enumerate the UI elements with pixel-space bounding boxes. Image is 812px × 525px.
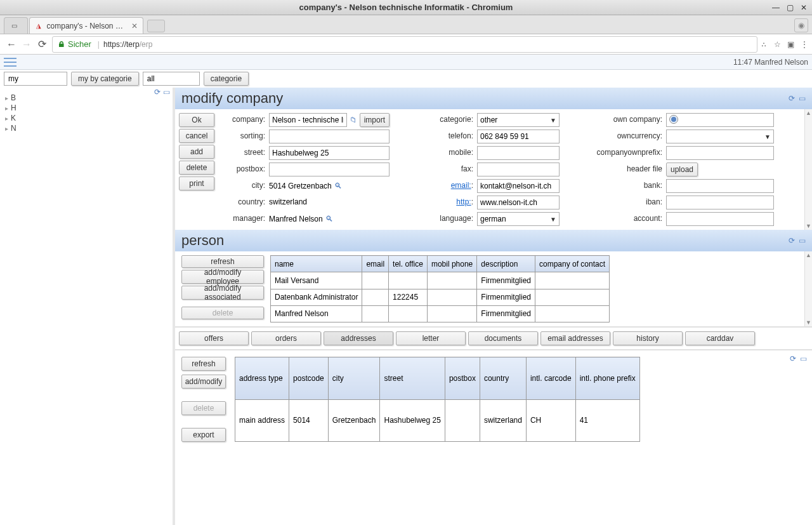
col-email[interactable]: email	[362, 256, 389, 272]
person-panel-header: person ⟳ ▭	[175, 230, 812, 251]
company-input[interactable]	[269, 113, 347, 127]
label-manager: manager:	[221, 212, 265, 226]
table-row[interactable]: main address 5014 Gretzenbach Hashubelwe…	[235, 399, 640, 442]
expand-icon[interactable]: ▭	[163, 88, 170, 96]
label-http[interactable]: http:	[456, 197, 471, 206]
add-associated-button[interactable]: add/modify associated	[181, 286, 264, 300]
refresh-button[interactable]: refresh	[181, 255, 264, 268]
addr-addmodify-button[interactable]: add/modify	[181, 375, 226, 389]
print-button[interactable]: print	[179, 176, 214, 190]
refresh-icon[interactable]: ⟳	[154, 88, 160, 96]
http-input[interactable]	[477, 196, 560, 209]
delete-button[interactable]: delete	[179, 161, 214, 175]
translate-icon[interactable]: ⛬	[760, 40, 768, 49]
forward-button[interactable]: →	[19, 37, 34, 52]
maximize-icon[interactable]: ▢	[785, 3, 794, 12]
search-icon[interactable]: 🔍︎	[334, 182, 342, 190]
tab-close-icon[interactable]: ✕	[131, 22, 138, 30]
browser-tab-blank[interactable]: ▭	[4, 17, 28, 34]
email-input[interactable]	[477, 179, 560, 193]
content-area: modify company ⟳ ▭ ▲ ▼ Ok cancel add del…	[175, 88, 812, 525]
expand-icon[interactable]: ▭	[800, 354, 807, 363]
tab-documents[interactable]: documents	[468, 331, 538, 345]
cancel-button[interactable]: cancel	[179, 129, 214, 143]
person-delete-button[interactable]: delete	[181, 307, 264, 319]
detail-tabs: offers orders addresses letter documents…	[175, 328, 812, 349]
label-sorting: sorting:	[221, 130, 265, 143]
filter-categorie[interactable]: categorie	[204, 72, 249, 86]
mobile-input[interactable]	[477, 146, 560, 160]
new-tab-button[interactable]	[147, 20, 165, 32]
panel-refresh-icon[interactable]: ⟳	[789, 236, 795, 245]
person-scrollbar[interactable]: ▲ ▼	[804, 251, 812, 326]
ownprefix-input[interactable]	[666, 146, 774, 160]
ok-button[interactable]: Ok	[179, 113, 214, 127]
table-row[interactable]: Manfred NelsonFirmenmitglied	[271, 305, 610, 322]
panel-collapse-icon[interactable]: ▭	[799, 94, 806, 103]
import-button[interactable]: import	[360, 113, 390, 127]
url-input[interactable]: 🔒︎ Sicher | https://terp /erp	[52, 36, 757, 53]
street-input[interactable]	[269, 146, 390, 160]
hamburger-icon[interactable]	[4, 58, 16, 67]
tab-letter[interactable]: letter	[396, 331, 466, 345]
tab-carddav[interactable]: carddav	[685, 331, 755, 345]
sidebar-item[interactable]: ▸B	[5, 93, 167, 103]
window-icon[interactable]: ▣	[787, 40, 794, 49]
col-mobil[interactable]: mobil phone	[427, 256, 476, 272]
owncurrency-select[interactable]	[666, 130, 774, 143]
addr-export-button[interactable]: export	[181, 428, 226, 442]
table-row[interactable]: Mail VersandFirmenmitglied	[271, 272, 610, 289]
tab-offers[interactable]: offers	[179, 331, 249, 345]
table-row[interactable]: Datenbank Administrator122245Firmenmitgl…	[271, 289, 610, 305]
address-bar: ← → ⟳ 🔒︎ Sicher | https://terp /erp ⛬ ☆ …	[0, 34, 812, 55]
profile-icon[interactable]: ◉	[794, 18, 808, 32]
back-button[interactable]: ←	[4, 37, 19, 52]
col-name[interactable]: name	[271, 256, 362, 272]
refresh-icon[interactable]: ⟳	[790, 354, 796, 363]
person-action-column: refresh add/modify employee add/modify a…	[181, 255, 264, 322]
tab-addresses[interactable]: addresses	[324, 331, 393, 345]
reload-button[interactable]: ⟳	[34, 37, 49, 52]
addr-refresh-button[interactable]: refresh	[181, 357, 226, 371]
form-scrollbar[interactable]: ▲ ▼	[804, 109, 812, 230]
own-company-check[interactable]	[666, 113, 774, 127]
language-select[interactable]: german	[477, 212, 560, 226]
add-employee-button[interactable]: add/modify employee	[181, 270, 264, 284]
bookmark-icon[interactable]: ☆	[774, 40, 781, 49]
table-header-row: name email tel. office mobil phone descr…	[271, 256, 610, 272]
panel-refresh-icon[interactable]: ⟳	[789, 94, 795, 103]
col-desc[interactable]: description	[477, 256, 535, 272]
bank-input[interactable]	[666, 179, 774, 193]
label-email[interactable]: email:	[451, 181, 471, 190]
close-icon[interactable]: ✕	[799, 3, 808, 12]
browser-tab-active[interactable]: ◮ company's - Nelson techn ✕	[29, 17, 143, 34]
telefon-input[interactable]	[477, 130, 560, 143]
postbox-input[interactable]	[269, 163, 390, 176]
sidebar-item[interactable]: ▸N	[5, 123, 167, 133]
filter-my-by-categorie[interactable]: my by categorie	[71, 72, 139, 86]
filter-all-input[interactable]	[143, 72, 200, 86]
search-icon[interactable]: 🔍︎	[325, 215, 333, 223]
add-button[interactable]: add	[179, 145, 214, 159]
minimize-icon[interactable]: —	[771, 3, 780, 12]
label-country: country:	[221, 196, 265, 209]
label-bank: bank:	[586, 179, 662, 193]
sidebar-item[interactable]: ▸K	[5, 113, 167, 123]
folder-icon[interactable]: 📁︎	[350, 113, 357, 127]
tab-email[interactable]: email addresses	[540, 331, 610, 345]
upload-button[interactable]: upload	[666, 163, 698, 176]
fax-input[interactable]	[477, 163, 560, 176]
categorie-select[interactable]: other	[477, 113, 560, 127]
panel-collapse-icon[interactable]: ▭	[799, 236, 806, 245]
addr-delete-button[interactable]: delete	[181, 401, 226, 415]
menu-icon[interactable]: ⋮	[801, 40, 808, 49]
account-input[interactable]	[666, 212, 774, 226]
tab-history[interactable]: history	[613, 331, 683, 345]
filter-my-input[interactable]	[4, 72, 67, 86]
sorting-input[interactable]	[269, 130, 390, 143]
col-coc[interactable]: company of contact	[535, 256, 609, 272]
col-tel[interactable]: tel. office	[389, 256, 428, 272]
sidebar-item[interactable]: ▸H	[5, 103, 167, 113]
tab-orders[interactable]: orders	[251, 331, 321, 345]
iban-input[interactable]	[666, 196, 774, 209]
